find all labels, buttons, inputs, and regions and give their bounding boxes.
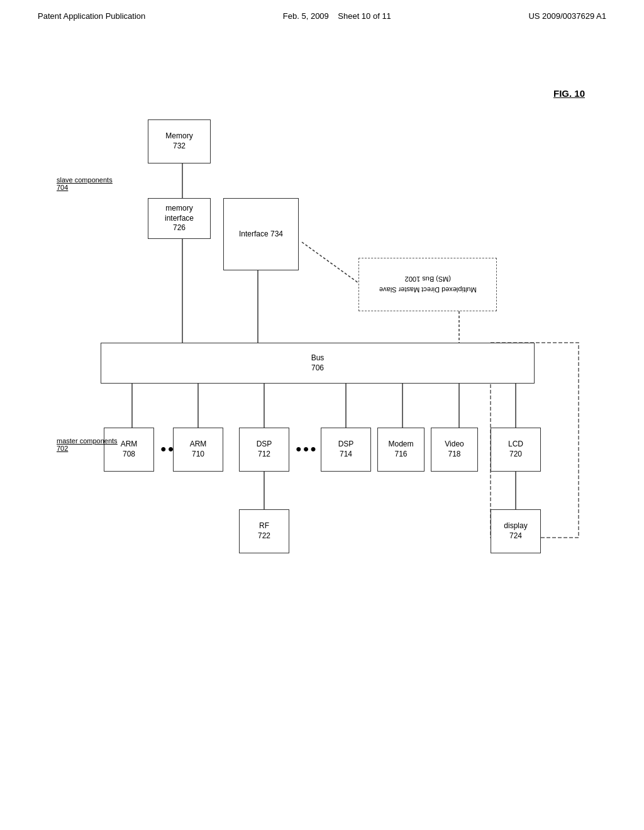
arm710-box: ARM 710 xyxy=(173,428,223,472)
dsp714-box: DSP 714 xyxy=(321,428,371,472)
diagram-lines xyxy=(38,82,604,742)
header-center: Feb. 5, 2009 Sheet 10 of 11 xyxy=(283,11,391,21)
memory-interface-box: memory interface 726 xyxy=(148,198,211,239)
header-left: Patent Application Publication xyxy=(38,11,145,21)
display-box: display 724 xyxy=(491,509,541,553)
diagram-area: FIG. 10 xyxy=(38,82,604,742)
dsp712-box: DSP 712 xyxy=(239,428,289,472)
modem-box: Modem 716 xyxy=(377,428,425,472)
fig-label: FIG. 10 xyxy=(553,88,585,99)
bus-box: Bus 706 xyxy=(101,343,535,384)
lcd-box: LCD 720 xyxy=(491,428,541,472)
video-box: Video 718 xyxy=(431,428,478,472)
svg-line-2 xyxy=(302,242,358,283)
interface-box: Interface 734 xyxy=(223,198,299,270)
dots-dsp: ●●● xyxy=(296,443,318,455)
slave-components-label: slave components 704 xyxy=(57,176,113,191)
page: Patent Application Publication Feb. 5, 2… xyxy=(0,0,644,830)
header-right: US 2009/0037629 A1 xyxy=(528,11,606,21)
rf-box: RF 722 xyxy=(239,509,289,553)
master-components-label: master components 702 xyxy=(57,437,118,452)
mdms-bus-box: Multiplexed Direct Master Slave (MS) Bus… xyxy=(358,258,497,311)
header: Patent Application Publication Feb. 5, 2… xyxy=(0,0,644,21)
memory-box: Memory 732 xyxy=(148,119,211,163)
